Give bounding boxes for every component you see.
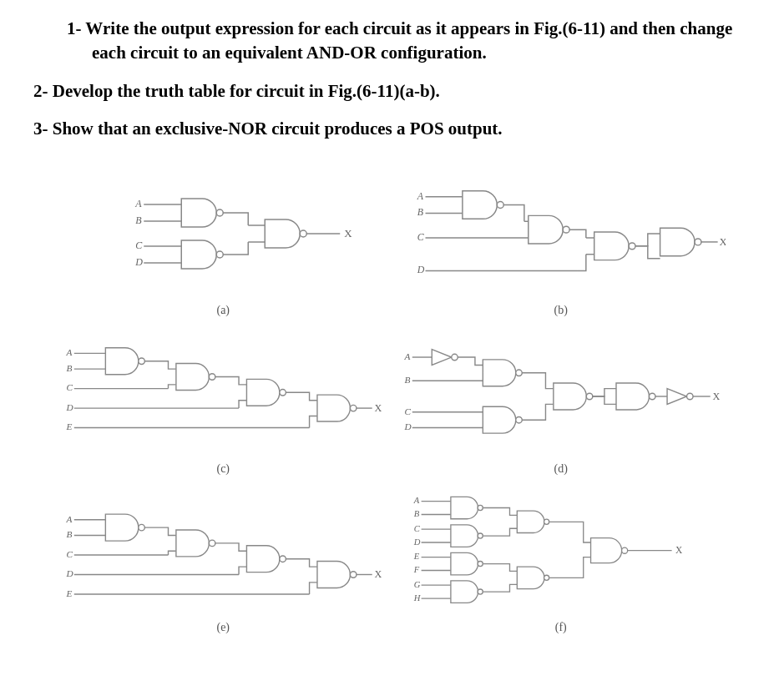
- svg-point-5: [216, 251, 223, 258]
- svg-point-56: [478, 505, 483, 510]
- nand-gate-icon: [517, 511, 544, 532]
- svg-point-67: [544, 575, 549, 580]
- question-1: 1- Write the output expression for each …: [33, 17, 751, 66]
- label-e-C: C: [66, 548, 73, 558]
- circuit-e: A B C D E X (e): [58, 492, 388, 634]
- caption-e: (e): [216, 621, 230, 634]
- label-e-D: D: [65, 568, 73, 578]
- nand-gate-icon: [450, 497, 478, 518]
- label-d-A: A: [403, 351, 410, 361]
- label-a-A: A: [134, 198, 142, 209]
- svg-point-48: [209, 540, 215, 547]
- label-c-A: A: [65, 347, 72, 357]
- svg-point-68: [621, 547, 627, 553]
- nand-gate-icon: [246, 379, 279, 406]
- svg-point-66: [544, 519, 549, 524]
- label-f-H: H: [412, 593, 421, 602]
- label-c-X: X: [375, 401, 382, 413]
- circuit-f: A B C D E F G H X: [397, 492, 726, 634]
- caption-c: (c): [216, 462, 230, 476]
- label-b-A: A: [416, 189, 423, 201]
- nand-gate-icon: [176, 363, 209, 390]
- label-e-E: E: [65, 588, 72, 598]
- nand-gate-icon: [317, 561, 350, 588]
- question-2: 2- Develop the truth table for circuit i…: [33, 79, 751, 103]
- label-e-A: A: [65, 513, 72, 523]
- caption-a: (a): [216, 304, 230, 317]
- label-f-E: E: [412, 552, 419, 561]
- svg-point-59: [478, 533, 483, 538]
- label-d-D: D: [403, 421, 411, 431]
- label-b-C: C: [417, 231, 423, 243]
- caption-f: (f): [555, 621, 567, 634]
- svg-point-52: [350, 571, 357, 578]
- svg-point-12: [497, 201, 503, 208]
- label-a-C: C: [135, 240, 143, 251]
- nand-gate-icon: [317, 395, 350, 421]
- nand-gate-icon: [450, 524, 478, 546]
- svg-point-19: [629, 242, 635, 249]
- svg-point-33: [451, 354, 458, 361]
- label-f-X: X: [675, 545, 683, 555]
- svg-point-4: [216, 209, 223, 216]
- circuit-b-svg: A B C D X: [397, 175, 726, 300]
- svg-point-46: [139, 524, 145, 531]
- label-f-B: B: [413, 509, 419, 518]
- circuit-d-svg: A B C D X: [397, 334, 726, 459]
- svg-point-40: [649, 393, 655, 400]
- svg-point-62: [478, 561, 483, 566]
- nand-gate-icon: [181, 199, 216, 227]
- svg-point-39: [586, 393, 593, 400]
- nand-gate-icon: [660, 228, 694, 256]
- nand-gate-icon: [483, 406, 515, 433]
- label-a-B: B: [135, 214, 142, 226]
- nand-gate-icon: [181, 240, 216, 269]
- circuit-f-svg: A B C D E F G H X: [397, 492, 726, 618]
- circuit-c-svg: A B C D E X: [58, 334, 388, 459]
- label-d-B: B: [404, 375, 410, 385]
- label-a-X: X: [344, 227, 352, 240]
- svg-point-26: [209, 373, 215, 380]
- nand-gate-icon: [483, 359, 515, 386]
- circuit-c: A B C D E X (c): [58, 334, 388, 476]
- svg-point-20: [695, 239, 701, 245]
- not-gate-icon: [432, 349, 451, 365]
- questions-block: 1- Write the output expression for each …: [33, 17, 751, 142]
- nand-gate-icon: [246, 545, 279, 572]
- svg-point-15: [563, 226, 569, 233]
- nand-gate-icon: [105, 514, 138, 541]
- circuit-b: A B C D X (b): [397, 175, 726, 317]
- svg-point-65: [478, 589, 483, 594]
- not-gate-icon: [667, 388, 686, 404]
- label-f-A: A: [412, 496, 419, 505]
- circuit-a: A B C D X (a): [58, 175, 388, 317]
- label-b-D: D: [416, 264, 424, 275]
- label-d-C: C: [404, 406, 411, 416]
- caption-b: (b): [554, 304, 568, 317]
- label-c-D: D: [65, 401, 73, 411]
- svg-point-24: [139, 358, 145, 365]
- svg-point-8: [300, 230, 306, 237]
- nand-gate-icon: [528, 215, 562, 244]
- caption-d: (d): [554, 462, 568, 476]
- nand-gate-icon: [553, 383, 585, 410]
- nand-gate-icon: [616, 383, 649, 410]
- nand-gate-icon: [462, 190, 496, 219]
- label-c-C: C: [66, 382, 73, 392]
- svg-point-28: [280, 389, 286, 396]
- label-e-X: X: [375, 568, 382, 580]
- svg-point-42: [686, 393, 693, 400]
- svg-point-50: [280, 556, 286, 562]
- figure-6-11: A B C D X (a) A B C D: [33, 175, 751, 634]
- label-a-D: D: [134, 256, 143, 268]
- svg-point-30: [350, 405, 357, 411]
- label-f-G: G: [413, 579, 420, 588]
- label-e-B: B: [66, 529, 72, 539]
- label-f-F: F: [412, 565, 419, 574]
- nand-gate-icon: [450, 580, 478, 602]
- label-c-B: B: [66, 363, 72, 373]
- label-b-X: X: [719, 235, 726, 247]
- nand-gate-icon: [590, 537, 621, 562]
- svg-point-35: [515, 370, 522, 376]
- label-f-D: D: [412, 537, 420, 546]
